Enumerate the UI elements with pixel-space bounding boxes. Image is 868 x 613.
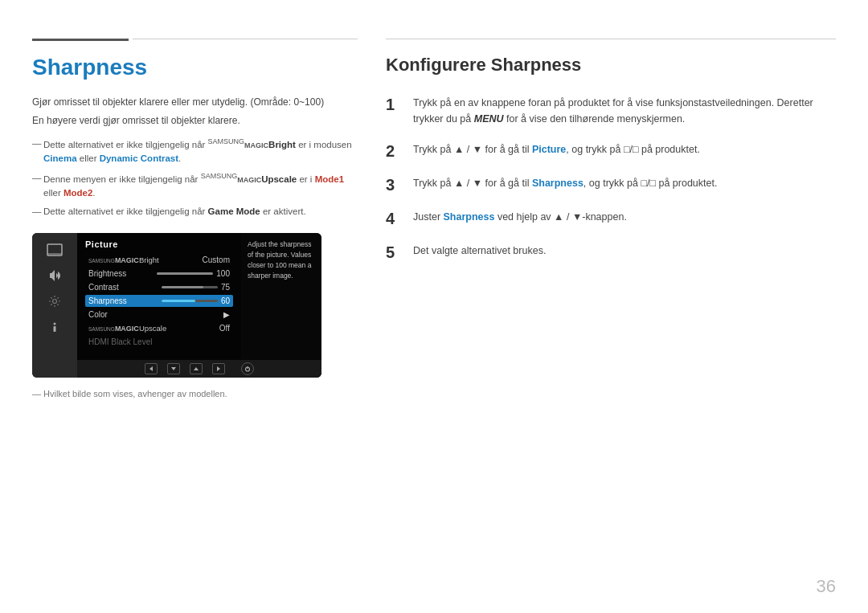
sharpness-value: 60 [221, 296, 230, 305]
right-column: Konfigurere Sharpness 1 Trykk på en av k… [386, 39, 836, 581]
magicbright-value: Custom [203, 255, 230, 264]
desc2: En høyere verdi gjør omrisset til objekt… [32, 113, 354, 129]
tv-icon-info [43, 318, 66, 336]
sharpness-bar-fill [162, 300, 195, 302]
tv-menu-header: Picture [85, 239, 233, 249]
tv-right-panel: Adjust the sharpness of the picture. Val… [241, 233, 321, 378]
svg-marker-6 [171, 367, 176, 370]
step-2-text: Trykk på ▲ / ▼ for å gå til Picture, og … [413, 141, 836, 157]
panel-text: Adjust the sharpness of the picture. Val… [248, 239, 315, 280]
svg-rect-4 [54, 326, 56, 332]
color-arrow: ▶ [223, 310, 230, 319]
svg-marker-8 [217, 366, 220, 371]
tv-sidebar [32, 233, 77, 378]
color-label: Color [88, 310, 108, 319]
tv-power-btn [241, 362, 254, 375]
tv-menu-color: Color ▶ [85, 309, 233, 321]
brightness-bar [157, 272, 213, 275]
step-3-text: Trykk på ▲ / ▼ for å gå til Sharpness, o… [413, 175, 836, 191]
step-5-text: Det valgte alternativet brukes. [413, 243, 836, 259]
notes-section: Dette alternativet er ikke tilgjengelig … [32, 137, 354, 219]
hdmi-label: HDMI Black Level [88, 337, 152, 346]
tv-menu-magicbright: SAMSUNG MAGIC Bright Custom [85, 254, 233, 266]
step-5: 5 Det valgte alternativet brukes. [386, 243, 836, 262]
tv-btn-down [167, 363, 180, 374]
step-2-num: 2 [386, 141, 403, 161]
step-5-num: 5 [386, 243, 403, 262]
contrast-bar-fill [162, 286, 204, 288]
tv-menu-magicupscale: SAMSUNG MAGIC Upscale Off [85, 322, 233, 334]
tv-menu-hdmi: HDMI Black Level [85, 336, 233, 348]
tv-icon-sound [43, 267, 66, 284]
sharpness-label: Sharpness [88, 296, 127, 305]
tv-menu-contrast: Contrast 75 [85, 281, 233, 293]
page-number: 36 [817, 576, 836, 597]
tv-icon-picture [43, 241, 66, 259]
contrast-value: 75 [221, 283, 230, 292]
contrast-label: Contrast [88, 283, 119, 292]
note-2: Denne menyen er ikke tilgjengelig når SA… [32, 171, 354, 200]
tv-mockup: Picture SAMSUNG MAGIC Bright Custom Brig… [32, 233, 321, 378]
step-1: 1 Trykk på en av knappene foran på produ… [386, 95, 836, 127]
svg-point-3 [54, 323, 56, 325]
step-4: 4 Juster Sharpness ved hjelp av ▲ / ▼-kn… [386, 209, 836, 228]
step-1-text: Trykk på en av knappene foran på produkt… [413, 95, 836, 127]
tv-btn-right [212, 363, 225, 374]
tv-bottom-bar [77, 360, 321, 378]
desc1: Gjør omrisset til objekter klarere eller… [32, 95, 354, 110]
steps-list: 1 Trykk på en av knappene foran på produ… [386, 95, 836, 262]
brightness-bar-container: 100 [157, 269, 230, 278]
step-1-num: 1 [386, 95, 403, 114]
svg-point-2 [53, 300, 57, 304]
tv-btn-up [190, 363, 203, 374]
magicbright-label: SAMSUNG MAGIC Bright [88, 255, 159, 264]
svg-marker-5 [149, 366, 153, 371]
tv-menu: Picture SAMSUNG MAGIC Bright Custom Brig… [77, 233, 241, 378]
brightness-bar-fill [157, 272, 213, 275]
step-3: 3 Trykk på ▲ / ▼ for å gå til Sharpness,… [386, 175, 836, 194]
step-4-text: Juster Sharpness ved hjelp av ▲ / ▼-knap… [413, 209, 836, 225]
brightness-label: Brightness [88, 269, 126, 278]
contrast-bar-container: 75 [162, 283, 230, 292]
svg-marker-7 [194, 367, 199, 370]
right-title: Konfigurere Sharpness [386, 55, 836, 76]
step-2: 2 Trykk på ▲ / ▼ for å gå til Picture, o… [386, 141, 836, 161]
sharpness-bar-container: 60 [162, 296, 230, 305]
step-3-num: 3 [386, 175, 403, 194]
brightness-value: 100 [216, 269, 230, 278]
step-4-num: 4 [386, 209, 403, 228]
tv-btn-left [145, 363, 158, 374]
note-1: Dette alternativet er ikke tilgjengelig … [32, 137, 354, 166]
tv-menu-sharpness: Sharpness 60 [85, 295, 233, 307]
magicupscale-value: Off [219, 324, 230, 333]
tv-menu-brightness: Brightness 100 [85, 268, 233, 280]
tv-icon-settings [43, 292, 66, 310]
magicupscale-label: SAMSUNG MAGIC Upscale [88, 324, 166, 333]
note-3: Dette alternativet er ikke tilgjengelig … [32, 205, 354, 219]
sharpness-bar [162, 300, 218, 302]
contrast-bar [162, 286, 218, 288]
left-title: Sharpness [32, 55, 354, 80]
footnote: Hvilket bilde som vises, avhenger av mod… [32, 389, 354, 398]
left-column: Sharpness Gjør omrisset til objekter kla… [32, 39, 354, 581]
